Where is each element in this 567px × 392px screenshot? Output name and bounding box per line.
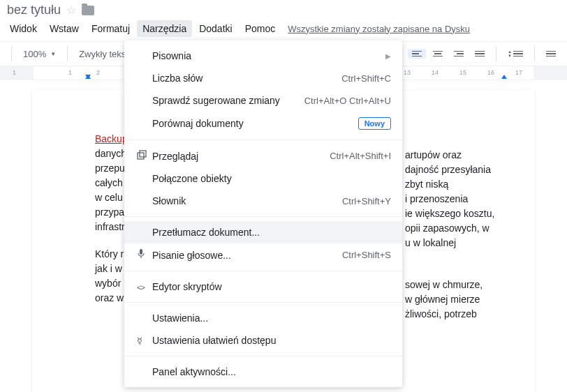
menu-item-icon — [137, 150, 152, 162]
right-indent-marker[interactable] — [501, 75, 507, 79]
menu-item[interactable]: Połączone obiekty — [124, 167, 402, 190]
menu-insert[interactable]: Wstaw — [44, 20, 84, 37]
menu-item[interactable]: ☿Ustawienia ułatwień dostępu — [124, 329, 402, 352]
menu-item[interactable]: Pisanie głosowe...Ctrl+Shift+S — [124, 243, 402, 266]
list-icon — [546, 51, 556, 57]
menu-item-icon — [137, 249, 152, 261]
menu-item-label: Przeglądaj — [152, 151, 330, 162]
align-justify-button[interactable] — [471, 49, 489, 59]
menu-item-label: Panel aktywności... — [152, 366, 391, 377]
menu-tools[interactable]: Narzędzia — [137, 20, 192, 37]
menu-item-label: Pisownia — [152, 50, 385, 61]
menu-item-shortcut: Ctrl+Alt+Shift+I — [330, 151, 391, 161]
menu-item-shortcut: Ctrl+Shift+C — [341, 73, 391, 84]
menubar: Widok Wstaw Formatuj Narzędzia Dodatki P… — [0, 19, 567, 41]
menu-addons[interactable]: Dodatki — [193, 20, 237, 37]
menu-item[interactable]: Liczba słówCtrl+Shift+C — [124, 67, 402, 89]
menu-item-icon: <> — [137, 281, 152, 292]
align-center-icon — [433, 51, 443, 57]
menu-item[interactable]: Porównaj dokumentyNowy — [124, 112, 402, 135]
titlebar: bez tytułu ☆ — [0, 0, 567, 19]
menu-item-shortcut: Ctrl+Shift+S — [342, 250, 391, 260]
align-left-icon — [412, 51, 422, 57]
menu-item-label: Połączone obiekty — [152, 173, 391, 184]
menu-item[interactable]: Sprawdź sugerowane zmianyCtrl+Alt+O Ctrl… — [124, 89, 402, 112]
menu-item-label: Edytor skryptów — [152, 281, 391, 292]
menu-item-label: Pisanie głosowe... — [152, 250, 342, 261]
menu-item[interactable]: Panel aktywności... — [124, 361, 402, 383]
menu-item[interactable]: <>Edytor skryptów — [124, 276, 402, 298]
submenu-arrow-icon: ▶ — [385, 52, 391, 60]
menu-item-label: Ustawienia ułatwień dostępu — [152, 335, 391, 346]
menu-item[interactable]: SłownikCtrl+Shift+Y — [124, 190, 402, 212]
paragraph-fragment: sowej w chmurze, w głównej mierzeżliwośc… — [405, 278, 483, 322]
svg-rect-2 — [140, 249, 142, 255]
line-spacing-icon: ▲▼ — [508, 50, 523, 58]
menu-format[interactable]: Formatuj — [86, 20, 135, 37]
menu-view[interactable]: Widok — [4, 20, 43, 37]
tools-menu: Pisownia▶Liczba słówCtrl+Shift+CSprawdź … — [124, 40, 402, 387]
chevron-down-icon: ▼ — [50, 51, 56, 57]
align-right-icon — [454, 51, 464, 57]
zoom-select[interactable]: 100%▼ — [19, 47, 60, 61]
menu-item-icon: ☿ — [137, 335, 152, 346]
backup-link[interactable]: Backup — [95, 133, 128, 144]
menu-item-label: Przetłumacz dokument... — [152, 227, 391, 238]
new-badge: Nowy — [358, 117, 391, 130]
menu-item[interactable]: Przetłumacz dokument... — [124, 221, 402, 243]
line-spacing-button[interactable]: ▲▼ — [503, 47, 527, 60]
menu-item[interactable]: PrzeglądajCtrl+Alt+Shift+I — [124, 144, 402, 167]
align-justify-icon — [475, 51, 485, 57]
align-right-button[interactable] — [450, 49, 468, 59]
menu-item-shortcut: Ctrl+Shift+Y — [342, 196, 391, 206]
star-icon[interactable]: ☆ — [66, 3, 76, 17]
menu-item[interactable]: Pisownia▶ — [124, 45, 402, 67]
align-center-button[interactable] — [429, 49, 447, 59]
save-status[interactable]: Wszystkie zmiany zostały zapisane na Dys… — [288, 24, 470, 34]
menu-item[interactable]: Ustawienia... — [124, 307, 402, 329]
menu-item-label: Sprawdź sugerowane zmiany — [152, 95, 304, 106]
list-button[interactable] — [542, 49, 560, 59]
svg-rect-1 — [140, 151, 146, 157]
menu-item-label: Liczba słów — [152, 73, 341, 84]
menu-item-label: Ustawienia... — [152, 312, 391, 324]
doc-title[interactable]: bez tytułu — [7, 3, 61, 17]
folder-icon[interactable] — [82, 6, 94, 15]
indent-marker-bottom[interactable] — [85, 75, 91, 79]
menu-item-label: Porównaj dokumenty — [152, 118, 358, 129]
menu-item-label: Słownik — [152, 195, 342, 206]
align-left-button[interactable] — [408, 49, 426, 59]
svg-rect-0 — [138, 153, 144, 159]
paragraph-fragment: artupów orazdajność przesyłaniazbyt nisk… — [405, 148, 494, 250]
menu-item-shortcut: Ctrl+Alt+O Ctrl+Alt+U — [304, 96, 391, 106]
menu-help[interactable]: Pomoc — [240, 20, 281, 37]
